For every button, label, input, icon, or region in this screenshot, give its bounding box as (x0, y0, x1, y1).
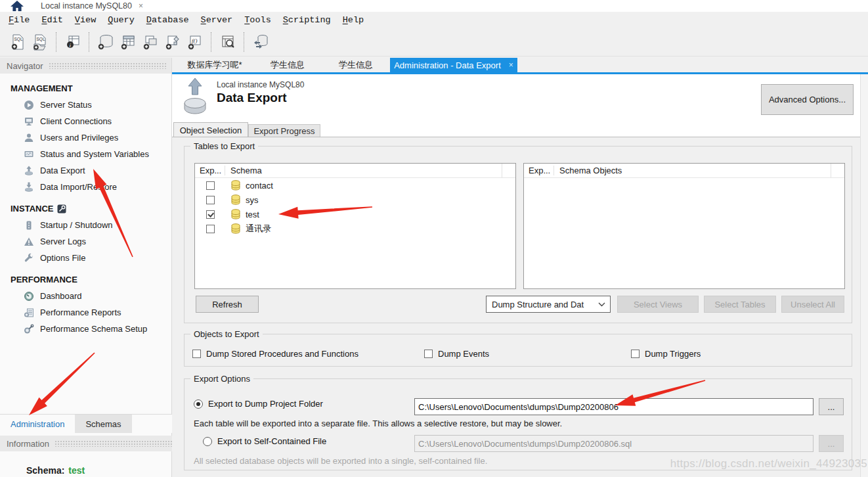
doc-tab-sql-1[interactable]: 数据库学习呢* (176, 58, 253, 72)
sidebar-item-dashboard[interactable]: Dashboard (0, 288, 171, 304)
create-table-icon[interactable] (118, 32, 139, 53)
tab-export-progress[interactable]: Export Progress (248, 124, 320, 137)
browse-folder-button[interactable]: ... (819, 398, 844, 415)
create-schema-icon[interactable] (95, 32, 116, 53)
open-sql-script-icon[interactable]: SQL (30, 32, 51, 53)
warning-icon (24, 237, 34, 247)
col-schema: Schema (225, 166, 502, 175)
page-title: Data Export (217, 91, 287, 105)
schema-value: test (68, 465, 85, 476)
sidebar-item-label: Performance Schema Setup (40, 324, 147, 334)
table-inspector-icon[interactable]: i (62, 32, 83, 53)
col-schema-objects: Schema Objects (554, 166, 831, 175)
doc-tab-sql-3[interactable]: 学生信息 (322, 58, 390, 72)
export-to-self-contained-radio[interactable] (203, 437, 212, 446)
dump-stored-procedures-checkbox[interactable] (192, 350, 201, 358)
connection-tab-close-icon[interactable]: × (139, 1, 143, 11)
export-to-dump-folder-radio[interactable] (194, 399, 203, 409)
chevron-down-icon (593, 300, 610, 308)
wrench-icon (24, 253, 34, 263)
sidebar-item-label: Performance Reports (40, 307, 121, 317)
export-checkbox[interactable] (206, 225, 215, 233)
sidebar-item-options-file[interactable]: Options File (0, 250, 171, 266)
server-box-icon (24, 220, 34, 231)
sidebar-item-startup-shutdown[interactable]: Startup / Shutdown (0, 217, 171, 233)
export-checkbox[interactable] (206, 196, 215, 204)
menu-query[interactable]: Query (102, 14, 141, 26)
dump-events-checkbox[interactable] (424, 350, 433, 358)
sidebar-item-label: Data Export (40, 166, 85, 175)
export-to-self-contained-option[interactable]: Export to Self-Contained File (203, 436, 326, 446)
schema-row-sys[interactable]: sys (195, 193, 515, 207)
dump-type-select[interactable]: Dump Structure and Dat (486, 296, 611, 313)
sidebar-item-status-and-system-variables[interactable]: Status and System Variables (0, 146, 171, 162)
sidebar-item-data-export[interactable]: Data Export (0, 162, 171, 179)
menu-view[interactable]: View (69, 14, 102, 26)
dump-triggers-option[interactable]: Dump Triggers (631, 349, 701, 359)
dump-events-option[interactable]: Dump Events (424, 349, 489, 359)
sidebar-item-label: Client Connections (40, 116, 112, 126)
create-function-icon[interactable]: f() (184, 32, 206, 53)
wrench-badge-icon (57, 204, 66, 214)
dump-folder-path-input[interactable] (414, 398, 814, 415)
sidebar-item-server-status[interactable]: Server Status (0, 97, 171, 113)
export-to-dump-folder-option[interactable]: Export to Dump Project Folder (194, 399, 323, 409)
schema-row-tongxunlu[interactable]: 通讯录 (195, 221, 515, 236)
menu-database[interactable]: Database (141, 14, 195, 26)
home-tab[interactable] (0, 0, 34, 12)
sidebar-item-label: Options File (40, 253, 85, 263)
sidebar-item-users-and-privileges[interactable]: Users and Privileges (0, 129, 171, 146)
refresh-button[interactable]: Refresh (196, 296, 259, 313)
schema-name: test (246, 210, 259, 219)
dump-triggers-checkbox[interactable] (631, 350, 640, 358)
sidebar-item-server-logs[interactable]: Server Logs (0, 233, 171, 250)
schema-list[interactable]: Exp... Schema contact sys test (194, 163, 516, 289)
tab-object-selection[interactable]: Object Selection (173, 122, 248, 137)
schema-db-icon (230, 223, 241, 234)
self-contained-path-input[interactable] (414, 435, 814, 452)
reconnect-dbms-icon[interactable] (250, 32, 271, 53)
export-checkbox[interactable] (206, 181, 215, 190)
menu-server[interactable]: Server (195, 14, 239, 26)
select-tables-button[interactable]: Select Tables (704, 296, 776, 313)
doc-tab-data-export[interactable]: Administration - Data Export × (390, 58, 517, 72)
new-sql-tab-icon[interactable]: SQL (7, 32, 28, 53)
tab-administration[interactable]: Administration (0, 415, 75, 433)
menu-scripting[interactable]: Scripting (277, 14, 337, 26)
advanced-options-button[interactable]: Advanced Options... (761, 84, 854, 115)
search-table-data-icon[interactable] (217, 32, 238, 53)
doc-tab-close-icon[interactable]: × (509, 60, 513, 70)
connection-tab[interactable]: Local instance MySQL80 × (34, 0, 185, 12)
select-views-button[interactable]: Select Views (617, 296, 699, 313)
sidebar-item-performance-schema-setup[interactable]: Performance Schema Setup (0, 321, 171, 337)
tab-schemas[interactable]: Schemas (75, 415, 131, 433)
export-icon (24, 166, 34, 176)
checkbox-label: Dump Stored Procedures and Functions (206, 349, 358, 359)
browse-file-button[interactable]: ... (819, 435, 844, 452)
menu-tools[interactable]: Tools (238, 14, 277, 26)
home-icon (10, 1, 24, 11)
export-checkbox[interactable] (206, 210, 215, 219)
data-export-icon (181, 77, 209, 116)
schema-objects-list[interactable]: Exp... Schema Objects (523, 163, 845, 289)
menu-help[interactable]: Help (337, 14, 370, 26)
objects-to-export-label: Objects to Export (190, 329, 263, 339)
schema-row-contact[interactable]: contact (195, 178, 515, 193)
dump-stored-procedures-option[interactable]: Dump Stored Procedures and Functions (192, 349, 358, 359)
doc-tab-sql-2[interactable]: 学生信息 (253, 58, 322, 72)
sidebar-item-client-connections[interactable]: Client Connections (0, 113, 171, 129)
information-title: Information (7, 439, 49, 449)
create-procedure-icon[interactable] (162, 32, 183, 53)
unselect-all-button[interactable]: Unselect All (781, 296, 844, 313)
section-performance: PERFORMANCE (0, 270, 171, 288)
schema-db-icon (230, 209, 241, 219)
create-view-icon[interactable] (140, 32, 161, 53)
schema-row-test[interactable]: test (195, 207, 515, 221)
sidebar-item-performance-reports[interactable]: Performance Reports (0, 304, 171, 321)
svg-text:SQL: SQL (14, 37, 23, 42)
vertical-scrollbar[interactable] (860, 74, 868, 477)
menu-file[interactable]: File (3, 14, 35, 26)
menu-edit[interactable]: Edit (35, 14, 68, 26)
sidebar-item-data-import-restore[interactable]: Data Import/Restore (0, 179, 171, 195)
navigator-tree: MANAGEMENT Server Status Client Connecti… (0, 74, 171, 337)
